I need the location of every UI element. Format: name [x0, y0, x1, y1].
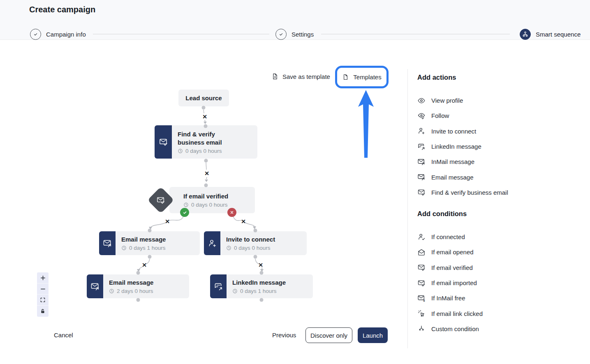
- action-item-linkedin-message[interactable]: LinkedIn message: [417, 139, 508, 154]
- condition-label: If email imported: [431, 279, 477, 286]
- condition-item-if-email-link-clicked[interactable]: If email link clicked: [417, 306, 483, 321]
- previous-button[interactable]: Previous: [272, 332, 296, 339]
- save-as-template-button[interactable]: Save as template: [271, 72, 330, 81]
- node-title: Invite to connect: [226, 235, 275, 244]
- stepper-line: [321, 34, 510, 35]
- action-item-find-verify-email[interactable]: Find & verify business email: [417, 185, 508, 200]
- flow-node-invite-to-connect[interactable]: Invite to connect 0 days 0 hours: [204, 231, 307, 255]
- save-as-template-label: Save as template: [282, 73, 330, 80]
- action-item-follow[interactable]: Follow: [417, 108, 508, 123]
- person-plus-icon: [417, 127, 426, 135]
- node-title: Find & verify business email: [178, 130, 243, 147]
- action-label: LinkedIn message: [431, 143, 481, 150]
- sidebar-divider: [407, 69, 408, 348]
- stepper-step-smart-sequence[interactable]: Smart sequence: [520, 28, 581, 40]
- cursor-click-icon: [417, 309, 426, 318]
- zoom-out-icon[interactable]: [37, 283, 49, 295]
- person-check-icon: [417, 233, 426, 241]
- node-delay: 0 days 1 hours: [121, 245, 166, 251]
- file-icon: [342, 73, 349, 81]
- mail-send-icon: [87, 274, 103, 298]
- flow-node-email-message-2[interactable]: Email message 2 days 0 hours: [87, 274, 189, 298]
- node-delay: 0 days 0 hours: [226, 245, 275, 251]
- step-label: Campaign info: [46, 31, 86, 38]
- cancel-button[interactable]: Cancel: [54, 332, 73, 339]
- check-circle-icon: [275, 29, 287, 40]
- condition-yes-port[interactable]: [180, 208, 189, 217]
- condition-item-if-inmail-free[interactable]: $ If InMail free: [417, 290, 483, 306]
- canvas-zoom-panel: [37, 272, 49, 317]
- mail-check-icon: [417, 263, 426, 272]
- mail-open-icon: [417, 248, 426, 256]
- check-circle-icon: [30, 29, 41, 40]
- condition-label: If connected: [431, 233, 465, 240]
- mail-check-icon: [155, 125, 172, 159]
- conditions-list: If connected If email opened If email ve…: [417, 229, 483, 336]
- lock-icon[interactable]: [37, 306, 49, 317]
- action-item-email-message[interactable]: Email message: [417, 169, 508, 184]
- action-label: Invite to connect: [431, 128, 476, 135]
- stepper-line: [93, 34, 269, 35]
- node-title: If email verified: [183, 192, 228, 200]
- action-label: Find & verify business email: [431, 189, 508, 196]
- flow-node-email-message-1[interactable]: Email message 0 days 1 hours: [99, 231, 200, 255]
- mail-dollar-icon: $: [417, 294, 426, 302]
- stepper-step-settings[interactable]: Settings: [275, 28, 314, 40]
- condition-no-port[interactable]: [227, 208, 236, 217]
- mail-send-icon: [417, 158, 426, 166]
- node-delay: 2 days 0 hours: [109, 288, 153, 294]
- add-actions-heading: Add actions: [417, 74, 456, 81]
- condition-label: If InMail free: [431, 295, 465, 302]
- chat-send-icon: [210, 274, 227, 298]
- flow-node-linkedin-message[interactable]: LinkedIn message 0 days 1 hours: [210, 274, 313, 298]
- action-item-invite-to-connect[interactable]: Invite to connect: [417, 124, 508, 139]
- node-delay: 0 days 0 hours: [178, 148, 243, 154]
- flow-node-find-verify-email[interactable]: Find & verify business email 0 days 0 ho…: [155, 125, 257, 159]
- fit-view-icon[interactable]: [37, 295, 49, 306]
- remove-connection-icon[interactable]: ✕: [258, 262, 264, 268]
- create-campaign-screen: Create campaign Campaign info Settings S…: [0, 0, 590, 364]
- node-delay: 0 days 0 hours: [183, 202, 228, 208]
- person-plus-icon: [204, 231, 220, 255]
- remove-connection-icon[interactable]: ✕: [141, 262, 147, 268]
- action-label: Email message: [431, 174, 474, 181]
- condition-item-custom-condition[interactable]: Custom condition: [417, 321, 483, 336]
- templates-highlight-box: Templates: [335, 66, 389, 88]
- header: Create campaign Campaign info Settings S…: [0, 0, 590, 40]
- mail-check-icon: [417, 279, 426, 287]
- condition-label: If email opened: [431, 249, 474, 256]
- node-title: Email message: [109, 279, 153, 287]
- zoom-in-icon[interactable]: [37, 272, 49, 283]
- mail-check-icon: [417, 188, 426, 196]
- condition-label: If email link clicked: [431, 310, 483, 317]
- page-title: Create campaign: [29, 5, 95, 14]
- launch-button[interactable]: Launch: [358, 327, 388, 343]
- node-title: Email message: [121, 235, 166, 244]
- mail-send-icon: [99, 231, 116, 255]
- remove-connection-icon[interactable]: ✕: [202, 114, 208, 120]
- condition-item-if-email-opened[interactable]: If email opened: [417, 244, 483, 260]
- flow-node-lead-source[interactable]: Lead source: [178, 90, 229, 106]
- file-plus-icon: [271, 72, 279, 81]
- remove-connection-icon[interactable]: ✕: [241, 219, 246, 224]
- node-title: Lead source: [185, 94, 222, 102]
- templates-button[interactable]: Templates: [342, 73, 381, 81]
- branch-split-icon: [417, 325, 426, 333]
- svg-text:$: $: [423, 299, 425, 302]
- condition-item-if-email-imported[interactable]: If email imported: [417, 275, 483, 290]
- remove-connection-icon[interactable]: ✕: [204, 170, 210, 176]
- condition-label: If email verified: [431, 264, 473, 271]
- action-label: Follow: [431, 112, 449, 119]
- action-item-view-profile[interactable]: View profile: [417, 93, 508, 108]
- discover-only-button[interactable]: Discover only: [305, 327, 352, 343]
- stepper-step-campaign-info[interactable]: Campaign info: [30, 28, 86, 40]
- eye-icon: [417, 97, 426, 105]
- action-label: InMail message: [431, 158, 474, 165]
- remove-connection-icon[interactable]: ✕: [164, 219, 170, 224]
- condition-item-if-connected[interactable]: If connected: [417, 229, 483, 244]
- chat-send-icon: [417, 143, 426, 151]
- actions-list: View profile Follow Invite to connect: [417, 93, 508, 200]
- action-item-inmail-message[interactable]: InMail message: [417, 154, 508, 169]
- condition-label: Custom condition: [431, 325, 479, 332]
- condition-item-if-email-verified[interactable]: If email verified: [417, 260, 483, 275]
